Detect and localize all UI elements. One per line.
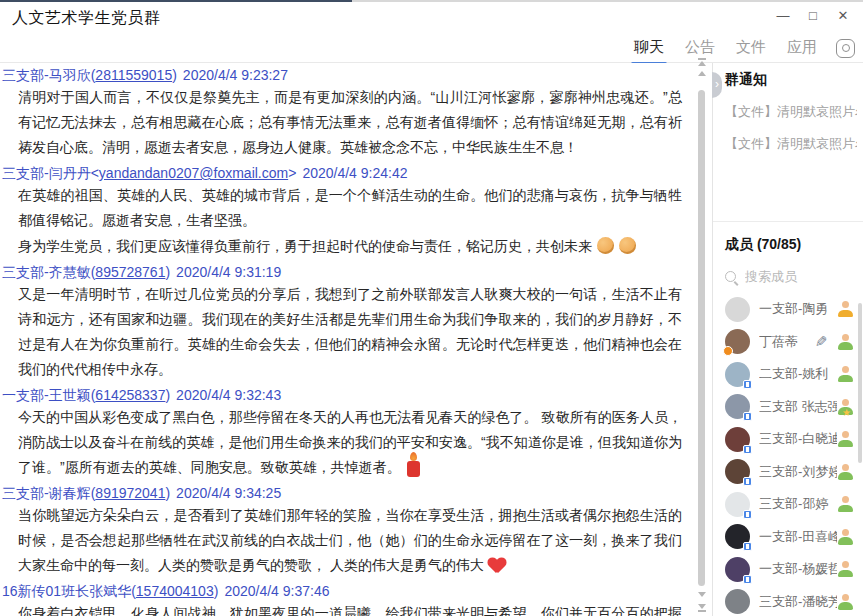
scrollbar-thumb[interactable] xyxy=(698,90,705,586)
member-list: 一支部-陶勇 丁蓓蒂 ✎ 二支部-姚利 三支部 张志强 xyxy=(725,293,863,616)
sender-id-bracket: ) xyxy=(214,583,219,599)
maximize-button[interactable]: □ xyxy=(803,6,823,26)
message-timestamp: 2020/4/4 9:34:25 xyxy=(176,485,281,501)
sender-id-link[interactable]: 895728761 xyxy=(95,264,165,280)
mobile-online-badge-icon xyxy=(743,380,752,389)
message-header: 三支部-马羽欣(2811559015)2020/4/4 9:23:27 xyxy=(2,65,694,85)
close-button[interactable]: ✕ xyxy=(833,6,853,26)
member-avatar xyxy=(725,524,750,549)
message-text: 当你眺望远方朵朵白云，是否看到了英雄们那年轻的笑脸，当你在享受生活，拥抱生活或者… xyxy=(2,503,694,579)
member-scrollbar-thumb[interactable] xyxy=(858,303,862,463)
chat-message: 三支部-闫丹丹<yandandan0207@foxmail.com>2020/4… xyxy=(2,163,694,260)
scroll-to-bottom-button[interactable] xyxy=(698,604,706,613)
chat-scrollbar[interactable] xyxy=(694,56,711,616)
sender-id-bracket: ) xyxy=(172,67,177,83)
scroll-down-button[interactable] xyxy=(698,592,706,597)
member-avatar xyxy=(725,427,750,452)
chat-message: 一支部-王世颖(614258337)2020/4/4 9:32:43 今天的中国… xyxy=(2,385,694,481)
member-row[interactable]: 一支部-田喜峰 xyxy=(725,521,863,554)
member-row[interactable]: 一支部-陶勇 xyxy=(725,293,863,326)
mobile-online-badge-icon xyxy=(743,510,752,519)
member-row[interactable]: 三支部-邵婷 xyxy=(725,488,863,521)
qq-group-chat-window: 人文艺术学生党员群 — □ ✕ 聊天 公告 文件 应用 三支部-马羽欣(2811… xyxy=(0,0,863,616)
sender-id-link[interactable]: 1574004103 xyxy=(136,583,214,599)
sender-name-link[interactable]: 三支部-马羽欣 xyxy=(2,67,91,83)
sender-id-link[interactable]: 2811559015 xyxy=(95,67,172,83)
candle-emoji xyxy=(407,455,420,477)
member-status-icon xyxy=(837,561,853,577)
member-name: 三支部-刘梦婷 xyxy=(759,463,837,481)
member-status-icon xyxy=(837,366,853,382)
member-avatar xyxy=(725,362,750,387)
chat-message: 三支部-齐慧敏(895728761)2020/4/4 9:31:19 又是一年清… xyxy=(2,262,694,383)
member-status-icon xyxy=(837,431,853,447)
window-title: 人文艺术学生党员群 xyxy=(12,8,161,29)
message-timestamp: 2020/4/4 9:24:42 xyxy=(302,165,407,181)
sender-id-link[interactable]: 891972041 xyxy=(95,485,165,501)
mobile-online-badge-icon xyxy=(743,412,752,421)
member-name: 三支部-白晓迪 xyxy=(759,430,837,448)
chat-message: 三支部-马羽欣(2811559015)2020/4/4 9:23:27 清明对于… xyxy=(2,65,694,161)
member-search-box[interactable] xyxy=(725,267,863,285)
sender-id-bracket: > xyxy=(288,165,296,181)
mobile-online-badge-icon xyxy=(743,477,752,486)
member-row[interactable]: 一支部-杨媛哲 xyxy=(725,553,863,586)
message-timestamp: 2020/4/4 9:32:43 xyxy=(176,387,281,403)
member-search-input[interactable] xyxy=(745,269,841,284)
sender-name-link[interactable]: 16新传01班长张斌华 xyxy=(2,583,131,599)
sender-name-link[interactable]: 三支部-齐慧敏 xyxy=(2,264,91,280)
tab-apps[interactable]: 应用 xyxy=(785,34,819,65)
member-status-icon: ★ xyxy=(837,399,853,415)
message-header: 三支部-谢春辉(891972041)2020/4/4 9:34:25 xyxy=(2,483,694,503)
member-name: 一支部-杨媛哲 xyxy=(759,560,837,578)
minimize-button[interactable]: — xyxy=(773,6,793,26)
member-row[interactable]: 丁蓓蒂 ✎ xyxy=(725,326,863,359)
sender-name-link[interactable]: 一支部-王世颖 xyxy=(2,387,91,403)
notice-file-item[interactable]: 【文件】清明默哀照片名... xyxy=(725,103,857,121)
member-row[interactable]: 三支部-白晓迪 xyxy=(725,423,863,456)
member-avatar xyxy=(725,394,750,419)
sender-name-link[interactable]: 三支部-闫丹丹 xyxy=(2,165,91,181)
member-status-icon xyxy=(837,594,853,610)
sender-id-bracket: ) xyxy=(165,387,170,403)
edit-nickname-icon[interactable]: ✎ xyxy=(815,333,828,351)
sender-id-bracket: ) xyxy=(165,264,170,280)
star-badge-icon: ★ xyxy=(842,408,851,418)
tab-chat[interactable]: 聊天 xyxy=(632,34,666,65)
message-header: 三支部-闫丹丹<yandandan0207@foxmail.com>2020/4… xyxy=(2,163,694,183)
members-title: 成员 (70/85) xyxy=(725,236,863,254)
scroll-up-button[interactable] xyxy=(698,71,706,76)
scroll-to-top-button[interactable] xyxy=(698,57,706,66)
message-timestamp: 2020/4/4 9:23:27 xyxy=(183,67,288,83)
mobile-online-badge-icon xyxy=(743,445,752,454)
notice-file-item[interactable]: 【文件】清明默哀照片名... xyxy=(725,135,857,153)
member-name: 一支部-田喜峰 xyxy=(759,528,837,546)
member-name: 丁蓓蒂 xyxy=(759,333,815,351)
message-text: 身为学生党员，我们更应该懂得负重前行，勇于担起时代的使命与责任，铭记历史，共创未… xyxy=(2,234,694,260)
member-row[interactable]: 三支部-潘晓芳 xyxy=(725,586,863,616)
settings-icon[interactable] xyxy=(836,39,855,58)
mobile-online-badge-icon xyxy=(743,575,752,584)
message-text: 清明对于国人而言，不仅仅是祭奠先主，而是有更加深刻的内涵。“山川江河怅寥廓，寥廓… xyxy=(2,85,694,161)
member-row[interactable]: 二支部-姚利 xyxy=(725,358,863,391)
tab-files[interactable]: 文件 xyxy=(734,34,768,65)
sender-id-bracket: < xyxy=(91,165,99,181)
sender-email-link[interactable]: yandandan0207@foxmail.com xyxy=(99,165,288,181)
member-name: 三支部-潘晓芳 xyxy=(759,593,837,611)
message-header: 三支部-齐慧敏(895728761)2020/4/4 9:31:19 xyxy=(2,262,694,282)
member-row[interactable]: 三支部-刘梦婷 xyxy=(725,456,863,489)
heart-emoji xyxy=(488,558,504,572)
search-icon xyxy=(725,271,736,282)
group-sidebar: › 群通知 【文件】清明默哀照片名... 【文件】清明默哀照片名... 成员 (… xyxy=(712,63,863,616)
member-avatar xyxy=(725,459,750,484)
sender-id-link[interactable]: 614258337 xyxy=(95,387,165,403)
message-text: 又是一年清明时节，在听过几位党员的分享后，我想到了之前外联部发言人耿爽大校的一句… xyxy=(2,282,694,383)
member-avatar xyxy=(725,329,750,354)
mobile-online-badge-icon xyxy=(743,542,752,551)
group-notice-title: 群通知 xyxy=(725,71,857,89)
sender-name-link[interactable]: 三支部-谢春辉 xyxy=(2,485,91,501)
message-header: 一支部-王世颖(614258337)2020/4/4 9:32:43 xyxy=(2,385,694,405)
fist-emoji xyxy=(619,237,636,254)
group-notice-section: 群通知 【文件】清明默哀照片名... 【文件】清明默哀照片名... xyxy=(713,63,863,222)
member-row[interactable]: 三支部 张志强 ★ xyxy=(725,391,863,424)
